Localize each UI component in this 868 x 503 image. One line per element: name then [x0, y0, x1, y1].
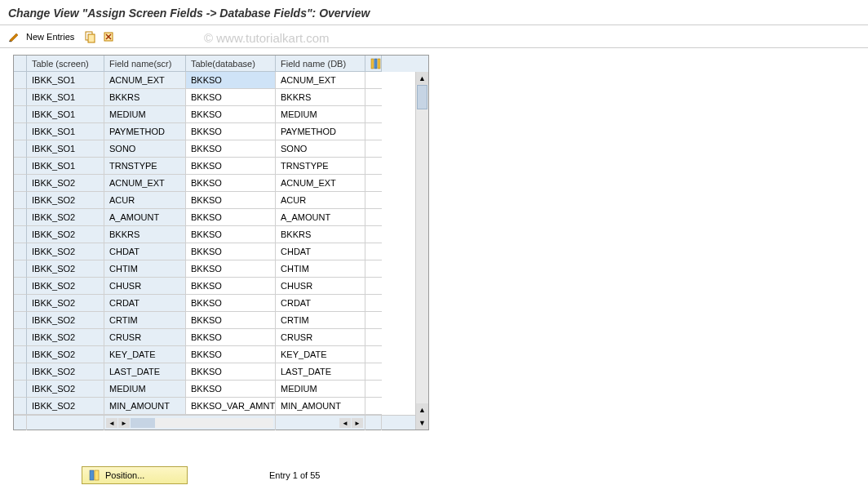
cell-field-screen[interactable]: CRDAT — [104, 295, 186, 312]
cell-field-screen[interactable]: ACUR — [104, 192, 186, 209]
row-selector[interactable] — [14, 381, 27, 398]
cell-field-db[interactable]: A_AMOUNT — [276, 209, 365, 226]
cell-table-screen[interactable]: IBKK_SO2 — [27, 192, 104, 209]
cell-field-db[interactable]: PAYMETHOD — [276, 123, 365, 140]
cell-table-screen[interactable]: IBKK_SO2 — [27, 226, 104, 243]
cell-field-screen[interactable]: SONO — [104, 140, 186, 158]
row-selector[interactable] — [14, 175, 27, 192]
cell-table-screen[interactable]: IBKK_SO2 — [27, 243, 104, 260]
cell-field-screen[interactable]: CHTIM — [104, 260, 186, 278]
cell-field-db[interactable]: MEDIUM — [276, 381, 365, 398]
cell-table-screen[interactable]: IBKK_SO2 — [27, 329, 104, 346]
select-all-header[interactable] — [14, 56, 27, 72]
cell-table-screen[interactable]: IBKK_SO2 — [27, 381, 104, 398]
row-selector[interactable] — [14, 226, 27, 243]
hscroll-right-arrow-icon[interactable]: ► — [118, 418, 130, 428]
hscroll-left-arrow-icon[interactable]: ◄ — [339, 418, 351, 428]
cell-table-db[interactable]: BKKSO — [186, 278, 276, 295]
vscroll-track[interactable] — [416, 85, 428, 403]
cell-table-db[interactable]: BKKSO — [186, 295, 276, 312]
cell-table-screen[interactable]: IBKK_SO1 — [27, 123, 104, 140]
new-entries-button[interactable]: New Entries — [26, 32, 74, 42]
row-selector[interactable] — [14, 346, 27, 363]
cell-field-db[interactable]: BKKRS — [276, 89, 365, 106]
column-header-field-db[interactable]: Field name (DB) — [276, 56, 365, 72]
cell-field-db[interactable]: ACNUM_EXT — [276, 175, 365, 192]
copy-icon[interactable] — [84, 30, 97, 43]
vertical-scrollbar[interactable]: ▲ ▲ ▼ — [415, 72, 428, 430]
cell-table-db[interactable]: BKKSO — [186, 140, 276, 158]
cell-field-db[interactable]: MEDIUM — [276, 106, 365, 123]
cell-table-db[interactable]: BKKSO — [186, 106, 276, 123]
cell-table-db[interactable]: BKKSO — [186, 192, 276, 209]
hscroll-thumb[interactable] — [131, 418, 155, 428]
row-selector[interactable] — [14, 89, 27, 106]
cell-table-screen[interactable]: IBKK_SO2 — [27, 398, 104, 415]
row-selector[interactable] — [14, 72, 27, 89]
cell-field-db[interactable]: TRNSTYPE — [276, 158, 365, 175]
row-selector[interactable] — [14, 363, 27, 381]
cell-table-screen[interactable]: IBKK_SO2 — [27, 260, 104, 278]
row-selector[interactable] — [14, 329, 27, 346]
row-selector[interactable] — [14, 260, 27, 278]
row-selector[interactable] — [14, 278, 27, 295]
cell-table-db[interactable]: BKKSO — [186, 243, 276, 260]
row-selector[interactable] — [14, 106, 27, 123]
cell-table-screen[interactable]: IBKK_SO2 — [27, 278, 104, 295]
cell-field-screen[interactable]: ACNUM_EXT — [104, 175, 186, 192]
cell-table-screen[interactable]: IBKK_SO1 — [27, 158, 104, 175]
cell-table-db[interactable]: BKKSO — [186, 175, 276, 192]
cell-field-screen[interactable]: CRUSR — [104, 329, 186, 346]
vscroll-thumb[interactable] — [417, 85, 427, 109]
cell-field-screen[interactable]: BKKRS — [104, 226, 186, 243]
row-selector[interactable] — [14, 209, 27, 226]
cell-table-db[interactable]: BKKSO_VAR_AMNT — [186, 398, 276, 415]
cell-field-db[interactable]: CHTIM — [276, 260, 365, 278]
hscroll-track[interactable] — [131, 418, 273, 428]
cell-table-db[interactable]: BKKSO — [186, 158, 276, 175]
row-selector[interactable] — [14, 312, 27, 329]
row-selector[interactable] — [14, 192, 27, 209]
cell-field-screen[interactable]: MEDIUM — [104, 106, 186, 123]
row-selector[interactable] — [14, 295, 27, 312]
vscroll-up2-arrow-icon[interactable]: ▲ — [416, 403, 428, 416]
position-button[interactable]: Position... — [82, 466, 188, 484]
cell-field-screen[interactable]: BKKRS — [104, 89, 186, 106]
cell-field-db[interactable]: CRDAT — [276, 295, 365, 312]
cell-field-db[interactable]: CRTIM — [276, 312, 365, 329]
cell-table-screen[interactable]: IBKK_SO2 — [27, 346, 104, 363]
cell-field-screen[interactable]: KEY_DATE — [104, 346, 186, 363]
cell-table-screen[interactable]: IBKK_SO1 — [27, 89, 104, 106]
cell-field-screen[interactable]: A_AMOUNT — [104, 209, 186, 226]
row-selector[interactable] — [14, 123, 27, 140]
cell-field-db[interactable]: LAST_DATE — [276, 363, 365, 381]
cell-field-screen[interactable]: TRNSTYPE — [104, 158, 186, 175]
cell-table-screen[interactable]: IBKK_SO2 — [27, 175, 104, 192]
row-selector[interactable] — [14, 158, 27, 175]
cell-field-screen[interactable]: MIN_AMOUNT — [104, 398, 186, 415]
cell-table-screen[interactable]: IBKK_SO1 — [27, 72, 104, 89]
column-header-field-screen[interactable]: Field name(scr) — [104, 56, 186, 72]
vscroll-down-arrow-icon[interactable]: ▼ — [416, 416, 428, 430]
cell-table-screen[interactable]: IBKK_SO2 — [27, 209, 104, 226]
hscroll-left-arrow-icon[interactable]: ◄ — [106, 418, 117, 428]
cell-table-db[interactable]: BKKSO — [186, 346, 276, 363]
cell-table-db[interactable]: BKKSO — [186, 226, 276, 243]
cell-field-db[interactable]: ACNUM_EXT — [276, 72, 365, 89]
cell-table-db[interactable]: BKKSO — [186, 363, 276, 381]
cell-table-screen[interactable]: IBKK_SO1 — [27, 106, 104, 123]
cell-field-screen[interactable]: CHDAT — [104, 243, 186, 260]
cell-table-screen[interactable]: IBKK_SO2 — [27, 312, 104, 329]
cell-field-db[interactable]: ACUR — [276, 192, 365, 209]
cell-table-db[interactable]: BKKSO — [186, 123, 276, 140]
column-header-table-db[interactable]: Table(database) — [186, 56, 276, 72]
hscroll-right-arrow-icon[interactable]: ► — [352, 418, 363, 428]
cell-table-screen[interactable]: IBKK_SO2 — [27, 363, 104, 381]
cell-table-screen[interactable]: IBKK_SO1 — [27, 140, 104, 158]
cell-field-db[interactable]: CHUSR — [276, 278, 365, 295]
cell-table-db[interactable]: BKKSO — [186, 260, 276, 278]
cell-field-screen[interactable]: CRTIM — [104, 312, 186, 329]
cell-field-screen[interactable]: LAST_DATE — [104, 363, 186, 381]
cell-field-screen[interactable]: CHUSR — [104, 278, 186, 295]
vscroll-up-arrow-icon[interactable]: ▲ — [416, 72, 428, 85]
